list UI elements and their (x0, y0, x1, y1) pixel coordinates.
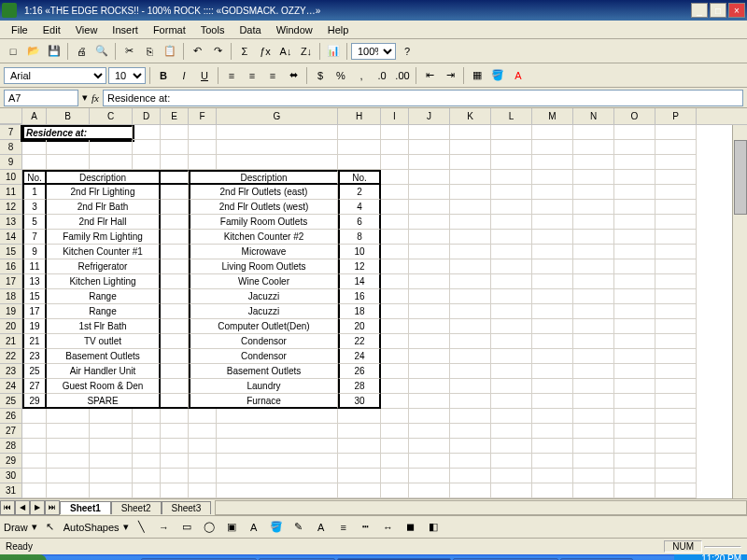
cell-O11[interactable] (614, 185, 655, 200)
dash-style-icon[interactable]: ┅ (357, 518, 375, 537)
cell-L8[interactable] (491, 140, 532, 155)
cell-O31[interactable] (614, 483, 655, 498)
col-header-I[interactable]: I (381, 108, 409, 124)
cell-I28[interactable] (381, 439, 409, 454)
cell-L30[interactable] (491, 469, 532, 483)
cell-M23[interactable] (532, 364, 573, 379)
tab-nav-prev[interactable]: ◀ (15, 500, 30, 515)
cell-J24[interactable] (409, 379, 450, 394)
cell-C31[interactable] (90, 483, 133, 498)
cell-E22[interactable] (161, 349, 189, 364)
cell-J30[interactable] (409, 469, 450, 483)
cell-J7[interactable] (409, 125, 450, 140)
cell-F20[interactable]: Computer Outlet(Den) (189, 319, 338, 334)
cell-K21[interactable] (450, 334, 491, 349)
cell-C26[interactable] (90, 409, 133, 424)
undo-icon[interactable]: ↶ (188, 42, 206, 61)
cell-E17[interactable] (161, 274, 189, 289)
cell-O16[interactable] (614, 259, 655, 274)
cell-B22[interactable]: Basement Outlets (47, 349, 161, 364)
cell-K27[interactable] (450, 424, 491, 439)
cell-O26[interactable] (614, 409, 655, 424)
cell-E21[interactable] (161, 334, 189, 349)
cell-N14[interactable] (573, 230, 614, 245)
comma-icon[interactable]: , (352, 66, 371, 85)
cell-A17[interactable]: 13 (22, 274, 47, 289)
cell-M18[interactable] (532, 289, 573, 304)
cell-P13[interactable] (655, 215, 697, 230)
col-header-L[interactable]: L (491, 108, 532, 124)
cell-L24[interactable] (491, 379, 532, 394)
cell-A20[interactable]: 19 (22, 319, 47, 334)
cell-N16[interactable] (573, 259, 614, 274)
cell-P24[interactable] (655, 379, 697, 394)
cell-P15[interactable] (655, 245, 697, 259)
cell-M24[interactable] (532, 379, 573, 394)
cell-L23[interactable] (491, 364, 532, 379)
cell-H15[interactable]: 10 (338, 245, 381, 259)
cell-P27[interactable] (655, 424, 697, 439)
sort-asc-icon[interactable]: A↓ (276, 42, 295, 61)
cell-E12[interactable] (161, 200, 189, 215)
cell-O12[interactable] (614, 200, 655, 215)
italic-button[interactable]: I (175, 66, 193, 85)
cell-N22[interactable] (573, 349, 614, 364)
cell-L16[interactable] (491, 259, 532, 274)
chart-icon[interactable]: 📊 (324, 42, 343, 61)
cell-M28[interactable] (532, 439, 573, 454)
cell-O30[interactable] (614, 469, 655, 483)
zoom-select[interactable]: 100% (351, 43, 396, 60)
cell-P25[interactable] (655, 394, 697, 409)
fx-label[interactable]: fx (92, 92, 99, 104)
tab-nav-first[interactable]: ⏮ (0, 500, 15, 515)
cell-J25[interactable] (409, 394, 450, 409)
cell-F28[interactable] (189, 439, 217, 454)
cell-N24[interactable] (573, 379, 614, 394)
cell-O9[interactable] (614, 155, 655, 170)
cell-F18[interactable]: Jacuzzi (189, 289, 338, 304)
cell-L20[interactable] (491, 319, 532, 334)
cell-K24[interactable] (450, 379, 491, 394)
cell-D30[interactable] (133, 469, 161, 483)
cell-B18[interactable]: Range (47, 289, 161, 304)
copy-icon[interactable]: ⎘ (140, 42, 159, 61)
cut-icon[interactable]: ✂ (120, 42, 138, 61)
tab-nav-last[interactable]: ⏭ (45, 500, 60, 515)
cell-D31[interactable] (133, 483, 161, 498)
cell-B31[interactable] (47, 483, 90, 498)
cell-H19[interactable]: 18 (338, 304, 381, 319)
cell-J11[interactable] (409, 185, 450, 200)
cell-P7[interactable] (655, 125, 697, 140)
cell-P19[interactable] (655, 304, 697, 319)
cell-E9[interactable] (161, 155, 189, 170)
cell-H7[interactable] (338, 125, 381, 140)
cell-E27[interactable] (161, 424, 189, 439)
cells-grid[interactable]: Residence at:No.DescriptionDescriptionNo… (22, 125, 747, 498)
cell-F12[interactable]: 2nd Flr Outlets (west) (189, 200, 338, 215)
cell-B9[interactable] (47, 155, 90, 170)
cell-A14[interactable]: 7 (22, 230, 47, 245)
cell-I19[interactable] (381, 304, 409, 319)
cell-K29[interactable] (450, 454, 491, 469)
cell-A28[interactable] (22, 439, 47, 454)
cell-L17[interactable] (491, 274, 532, 289)
cell-L18[interactable] (491, 289, 532, 304)
cell-P9[interactable] (655, 155, 697, 170)
cell-B23[interactable]: Air Handler Unit (47, 364, 161, 379)
cell-G30[interactable] (217, 469, 338, 483)
cell-H29[interactable] (338, 454, 381, 469)
line-color-icon[interactable]: ✎ (289, 518, 308, 537)
cell-B25[interactable]: SPARE (47, 394, 161, 409)
select-objects-icon[interactable]: ↖ (41, 518, 60, 537)
cell-O17[interactable] (614, 274, 655, 289)
cell-H8[interactable] (338, 140, 381, 155)
cell-J12[interactable] (409, 200, 450, 215)
cell-L11[interactable] (491, 185, 532, 200)
cell-B12[interactable]: 2nd Flr Bath (47, 200, 161, 215)
cell-L25[interactable] (491, 394, 532, 409)
horizontal-scrollbar[interactable] (215, 500, 747, 515)
maximize-button[interactable]: □ (710, 3, 726, 18)
cell-J13[interactable] (409, 215, 450, 230)
cell-F27[interactable] (189, 424, 217, 439)
cell-B15[interactable]: Kitchen Counter #1 (47, 245, 161, 259)
